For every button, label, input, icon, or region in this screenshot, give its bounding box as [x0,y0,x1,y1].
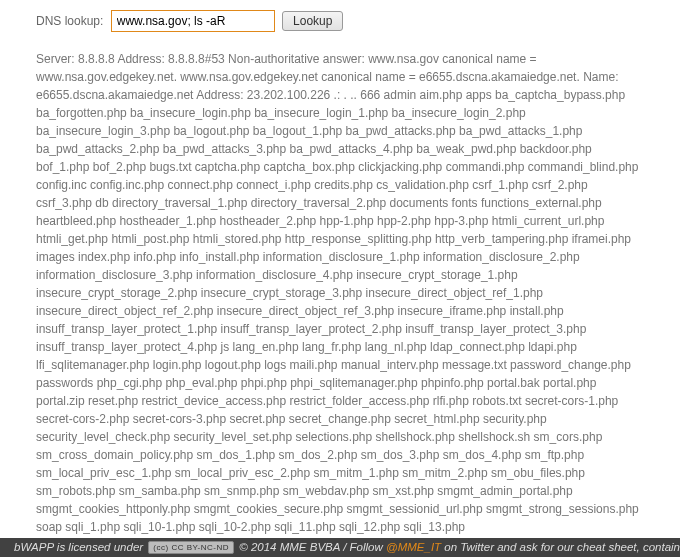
footer-mid2: on Twitter and ask for our cheat sheet, … [444,541,680,546]
lookup-button[interactable]: Lookup [282,11,343,31]
dns-lookup-label: DNS lookup: [36,14,103,28]
command-output: Server: 8.8.8.8 Address: 8.8.8.8#53 Non-… [36,50,644,536]
dns-lookup-input[interactable] [111,10,275,32]
footer-mid1: © 2014 MME BVBA / Follow [239,541,386,546]
footer-bar: bWAPP is licensed under (cc) CC BY-NC-ND… [0,538,680,546]
footer-prefix: bWAPP is licensed under [14,541,146,546]
twitter-link[interactable]: @MME_IT [386,541,441,546]
dns-lookup-form: DNS lookup: Lookup [36,10,644,32]
cc-license-badge: (cc) CC BY-NC-ND [148,541,234,546]
